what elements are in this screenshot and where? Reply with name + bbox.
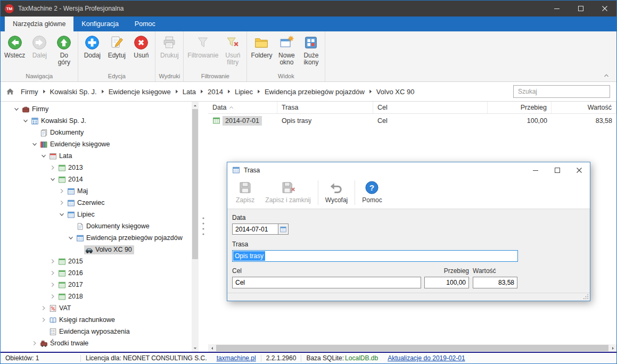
chevron-down-icon[interactable] (12, 106, 21, 112)
ribbon-button-drukuj[interactable]: Drukuj (157, 31, 182, 59)
chevron-down-icon[interactable] (57, 212, 66, 217)
tab-konfiguracja[interactable]: Konfiguracja (73, 16, 127, 31)
collapse-ribbon-button[interactable] (602, 72, 611, 79)
ribbon-button-wstecz[interactable]: Wstecz (2, 31, 27, 59)
ribbon-button-dalej[interactable]: Dalej (27, 31, 52, 59)
dialog-button-zapisz-i-zamknij[interactable]: Zapisz i zamknij (260, 178, 316, 204)
date-picker-button[interactable] (278, 224, 288, 234)
column-header-trasa[interactable]: Trasa (277, 102, 373, 113)
breadcrumb-item-kowalski-sp-j[interactable]: Kowalski Sp. J. (47, 86, 100, 97)
breadcrumb-item-firmy[interactable]: Firmy (18, 86, 42, 97)
przebieg-input[interactable] (424, 277, 469, 288)
tree-item-volvo-xc-90[interactable]: Volvo XC 90 (1, 244, 199, 255)
tree-item-ewidencje-ksi-gowe[interactable]: Ewidencje księgowe (1, 138, 199, 150)
breadcrumb-item-volvo-xc-90[interactable]: Volvo XC 90 (373, 86, 418, 97)
date-input[interactable] (233, 224, 278, 234)
tree-item-2013[interactable]: 2013 (1, 162, 199, 173)
breadcrumb-item-ewidencje-ksi-gowe[interactable]: Ewidencje księgowe (105, 86, 174, 97)
ribbon-button-nowe-okno[interactable]: Nowe okno (274, 31, 299, 66)
tree-item-rodki-trwa-e[interactable]: Środki trwałe (1, 337, 199, 349)
tree-item-kowalski-sp-j[interactable]: Kowalski Sp. J. (1, 115, 199, 127)
tree-item-maj[interactable]: Maj (1, 185, 199, 197)
breadcrumb-item-ewidencja-przebieg-w-pojazd-w[interactable]: Ewidencja przebiegów pojazdów (261, 86, 368, 97)
tree-scrollbar-thumb[interactable] (192, 109, 198, 259)
list-horizontal-scrollbar[interactable] (208, 344, 616, 352)
chevron-right-icon[interactable] (48, 259, 57, 264)
tab-narz-dzia-g-wne[interactable]: Narzędzia główne (5, 16, 73, 31)
ribbon-button-dodaj[interactable]: Dodaj (80, 31, 104, 59)
updates-link[interactable]: Aktualizacje do 2019-02-01 (383, 354, 470, 362)
tree-item-dokumenty-ksi-gowe[interactable]: Dokumenty księgowe (1, 220, 199, 232)
dialog-button-pomoc[interactable]: ?Pomoc (357, 178, 387, 204)
tree-item-2018[interactable]: 2018 (1, 291, 199, 302)
website-link[interactable]: taxmachine.pl (212, 354, 261, 362)
list-scrollbar-thumb[interactable] (216, 345, 608, 351)
home-icon[interactable] (6, 87, 14, 96)
panel-splitter[interactable] (199, 102, 208, 352)
breadcrumb-item-2014[interactable]: 2014 (204, 86, 226, 97)
dialog-maximize-button[interactable] (546, 162, 568, 178)
trasa-input[interactable]: Opis trasy (232, 250, 518, 262)
chevron-down-icon[interactable] (30, 142, 39, 147)
ribbon-button-du-e-ikony[interactable]: Duże ikony (299, 31, 323, 66)
dialog-button-wycofaj[interactable]: Wycofaj (320, 178, 353, 204)
chevron-right-icon[interactable] (39, 305, 48, 311)
tree-item-lata[interactable]: Lata (1, 150, 199, 162)
ribbon-button-foldery[interactable]: Foldery (249, 31, 274, 59)
chevron-right-icon[interactable] (57, 200, 66, 205)
ribbon-button-usu[interactable]: Usuń (129, 31, 153, 59)
dialog-minimize-button[interactable] (524, 162, 546, 178)
tree-item-ewidencja-przebieg-w-pojazd-w[interactable]: Ewidencja przebiegów pojazdów (1, 232, 199, 244)
resize-grip-icon[interactable] (583, 294, 589, 300)
chevron-right-icon[interactable] (48, 165, 57, 170)
tree-item-ewidencja-wyposa-enia[interactable]: Ewidencja wyposażenia (1, 326, 199, 337)
maximize-button[interactable] (569, 1, 593, 16)
tree-item-ksi-gi-rachunkowe[interactable]: Księgi rachunkowe (1, 314, 199, 326)
tree-item-2016[interactable]: 2016 (1, 267, 199, 279)
chevron-right-icon[interactable] (57, 188, 66, 194)
ribbon-button-edytuj[interactable]: Edytuj (104, 31, 129, 59)
cel-input[interactable] (232, 277, 421, 288)
ribbon-button-filtrowanie[interactable]: Filtrowanie (185, 31, 220, 59)
column-header-data[interactable]: Data (208, 102, 277, 113)
tree-item-czerwiec[interactable]: Czerwiec (1, 197, 199, 209)
chevron-right-icon[interactable] (48, 294, 57, 299)
chevron-down-icon[interactable] (39, 153, 48, 159)
column-header-cel[interactable]: Cel (373, 102, 488, 113)
chevron-right-icon[interactable] (48, 270, 57, 276)
chevron-down-icon[interactable] (21, 118, 30, 123)
scroll-down-icon[interactable] (192, 344, 199, 352)
minimize-icon (554, 6, 560, 11)
dialog-button-zapisz[interactable]: Zapisz (231, 178, 260, 204)
search-input[interactable] (513, 85, 610, 98)
chevron-right-icon[interactable] (30, 341, 39, 346)
minimize-button[interactable] (545, 1, 569, 16)
wartosc-input[interactable] (473, 277, 517, 288)
filter-icon (195, 35, 211, 51)
tree-scrollbar[interactable] (192, 102, 199, 352)
ribbon-button-do-g-ry[interactable]: Do góry (52, 31, 76, 66)
column-header-przebieg[interactable]: Przebieg (488, 102, 552, 113)
ribbon-button-usu-filtry[interactable]: Usuń filtry (220, 31, 245, 66)
tree-item-2014[interactable]: 2014 (1, 173, 199, 185)
tree-item-dokumenty[interactable]: Dokumenty (1, 127, 199, 138)
tree-item-2017[interactable]: 2017 (1, 279, 199, 291)
chevron-right-icon[interactable] (39, 317, 48, 322)
tree-item-firmy[interactable]: Firmy (1, 103, 199, 115)
scroll-left-icon[interactable] (208, 344, 216, 352)
breadcrumb-item-lata[interactable]: Lata (179, 86, 199, 97)
tree-item-lipiec[interactable]: Lipiec (1, 209, 199, 220)
scroll-right-icon[interactable] (609, 344, 616, 352)
chevron-right-icon[interactable] (48, 282, 57, 287)
chevron-down-icon[interactable] (67, 235, 75, 241)
close-button[interactable] (593, 1, 616, 16)
tree-item-vat[interactable]: VAT (1, 302, 199, 314)
dialog-close-button[interactable] (568, 162, 590, 178)
tree-item-2015[interactable]: 2015 (1, 255, 199, 267)
tab-pomoc[interactable]: Pomoc (127, 16, 163, 31)
breadcrumb-item-lipiec[interactable]: Lipiec (232, 86, 256, 97)
column-header-warto[interactable]: Wartość (552, 102, 616, 113)
scroll-up-icon[interactable] (192, 102, 199, 109)
chevron-down-icon[interactable] (48, 177, 57, 182)
table-row[interactable]: 2014-07-01Opis trasyCel100,0083,58 (208, 114, 616, 127)
